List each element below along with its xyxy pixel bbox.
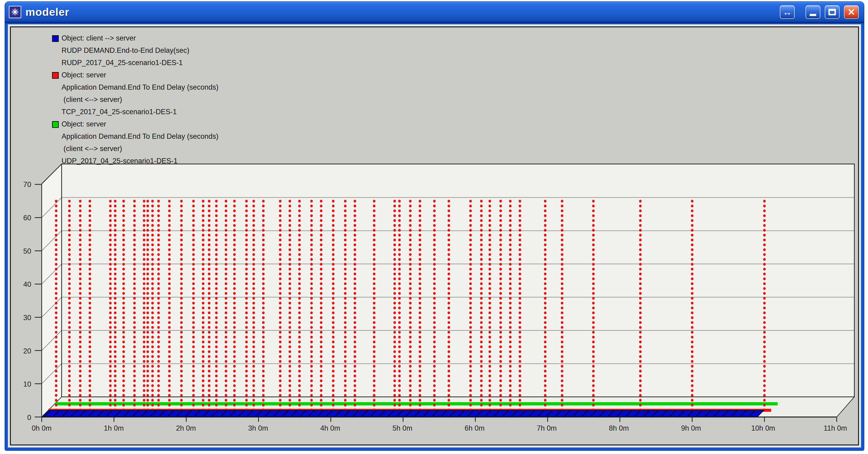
app-window: ✳ modeler ↔ ✕ 7060504030201000h 0m1h 0m2… bbox=[5, 2, 864, 450]
chart-panel: 7060504030201000h 0m1h 0m2h 0m3h 0m4h 0m… bbox=[10, 26, 859, 446]
window-controls: ↔ ✕ bbox=[780, 5, 859, 19]
legend-line: UDP_2017_04_25-scenario1-DES-1 bbox=[62, 155, 218, 167]
legend-line: (client <--> server) bbox=[62, 142, 218, 155]
legend-text: Object: serverApplication Demand.End To … bbox=[62, 69, 218, 118]
starburst-icon: ✳ bbox=[11, 7, 19, 17]
legend-line: RUDP_2017_04_25-scenario1-DES-1 bbox=[62, 57, 189, 69]
legend-line: (client <--> server) bbox=[62, 93, 218, 106]
legend-line: Object: client --> server bbox=[62, 32, 189, 44]
resize-horizontal-icon: ↔ bbox=[783, 7, 792, 17]
legend-line: Object: server bbox=[62, 118, 218, 130]
legend-text: Object: client --> serverRUDP DEMAND.End… bbox=[62, 32, 189, 69]
legend-line: TCP_2017_04_25-scenario1-DES-1 bbox=[62, 106, 218, 118]
legend-item: Object: serverApplication Demand.End To … bbox=[52, 69, 218, 118]
window-content: 7060504030201000h 0m1h 0m2h 0m3h 0m4h 0m… bbox=[8, 24, 861, 448]
close-button[interactable]: ✕ bbox=[844, 5, 859, 19]
legend-text: Object: serverApplication Demand.End To … bbox=[62, 118, 218, 167]
legend-line: Application Demand.End To End Delay (sec… bbox=[62, 81, 218, 93]
minimize-icon bbox=[810, 14, 816, 16]
legend-line: RUDP DEMAND.End-to-End Delay(sec) bbox=[62, 44, 189, 57]
window-title: modeler bbox=[26, 5, 69, 18]
close-icon: ✕ bbox=[847, 7, 855, 17]
legend-item: Object: client --> serverRUDP DEMAND.End… bbox=[52, 32, 218, 69]
minimize-button[interactable] bbox=[806, 5, 820, 19]
titlebar[interactable]: ✳ modeler ↔ ✕ bbox=[5, 2, 864, 23]
app-icon: ✳ bbox=[9, 6, 21, 18]
legend-swatch-icon bbox=[52, 72, 59, 79]
legend-line: Object: server bbox=[62, 69, 218, 81]
legend-swatch-icon bbox=[52, 121, 59, 128]
legend-line: Application Demand.End To End Delay (sec… bbox=[62, 130, 218, 142]
maximize-button[interactable] bbox=[825, 5, 840, 19]
legend-swatch-icon bbox=[52, 35, 59, 42]
chart-legend: Object: client --> serverRUDP DEMAND.End… bbox=[52, 32, 218, 167]
maximize-icon bbox=[829, 9, 836, 15]
resize-horizontal-button[interactable]: ↔ bbox=[780, 5, 795, 19]
legend-item: Object: serverApplication Demand.End To … bbox=[52, 118, 218, 167]
